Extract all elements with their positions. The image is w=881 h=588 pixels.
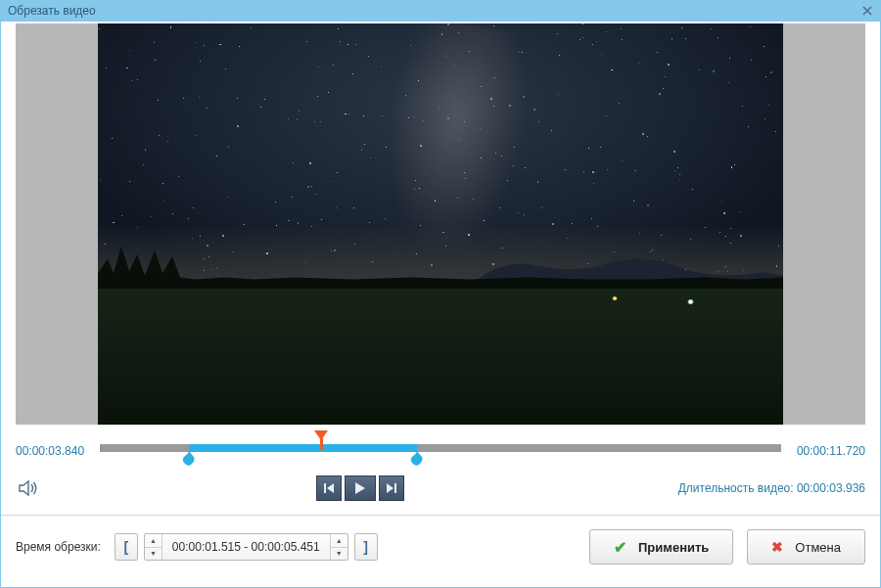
start-down-button[interactable]: ▼ (145, 548, 162, 561)
trim-range-text[interactable]: 00:00:01.515 - 00:00:05.451 (162, 534, 330, 560)
bottom-row: Время обрезки: [ ▲ ▼ 00:00:01.515 - 00:0… (1, 516, 880, 578)
trim-handle-start[interactable] (182, 445, 196, 467)
window-title: Обрезать видео (8, 4, 96, 18)
set-start-bracket-button[interactable]: [ (115, 533, 138, 561)
trim-handle-end[interactable] (410, 445, 424, 467)
cancel-button[interactable]: ✖ Отмена (747, 529, 865, 565)
svg-rect-0 (324, 483, 326, 493)
svg-rect-1 (394, 483, 396, 493)
timeline-selection[interactable] (189, 444, 417, 452)
start-spinner: ▲ ▼ (145, 534, 162, 560)
trim-range-group: [ ▲ ▼ 00:00:01.515 - 00:00:05.451 ▲ ▼ ] (115, 533, 378, 561)
duration-value: 00:00:03.936 (797, 481, 865, 495)
controls-row: Длительность видео: 00:00:03.936 (1, 472, 880, 515)
timeline[interactable] (100, 434, 781, 468)
start-up-button[interactable]: ▲ (145, 534, 162, 548)
check-icon: ✔ (614, 538, 626, 557)
skip-forward-icon (386, 482, 397, 494)
end-up-button[interactable]: ▲ (331, 534, 348, 548)
set-end-bracket-button[interactable]: ] (354, 533, 378, 561)
speaker-icon (19, 479, 40, 497)
close-button[interactable] (859, 3, 875, 19)
video-preview[interactable] (98, 23, 783, 425)
x-icon: ✖ (771, 539, 783, 555)
titlebar: Обрезать видео (0, 0, 881, 22)
apply-button[interactable]: ✔ Применить (589, 529, 733, 565)
play-button[interactable] (345, 475, 376, 501)
trim-range-box: ▲ ▼ 00:00:01.515 - 00:00:05.451 ▲ ▼ (144, 533, 348, 561)
play-icon (354, 481, 366, 495)
volume-button[interactable] (16, 476, 43, 500)
end-down-button[interactable]: ▼ (331, 548, 348, 561)
apply-label: Применить (638, 540, 709, 555)
video-duration: Длительность видео: 00:00:03.936 (678, 481, 865, 495)
video-preview-container (16, 23, 865, 425)
duration-label: Длительность видео: (678, 481, 797, 495)
timecode-start: 00:00:03.840 (16, 444, 84, 458)
timecode-end: 00:00:11.720 (797, 444, 865, 458)
skip-back-icon (323, 482, 335, 494)
playback-controls (43, 475, 678, 501)
trim-label: Время обрезки: (16, 540, 101, 554)
close-icon (862, 6, 872, 16)
cancel-label: Отмена (795, 540, 841, 555)
timeline-row: 00:00:03.840 00:00:11.720 (1, 425, 880, 472)
prev-frame-button[interactable] (316, 475, 342, 501)
end-spinner: ▲ ▼ (330, 534, 348, 560)
next-frame-button[interactable] (379, 475, 404, 501)
